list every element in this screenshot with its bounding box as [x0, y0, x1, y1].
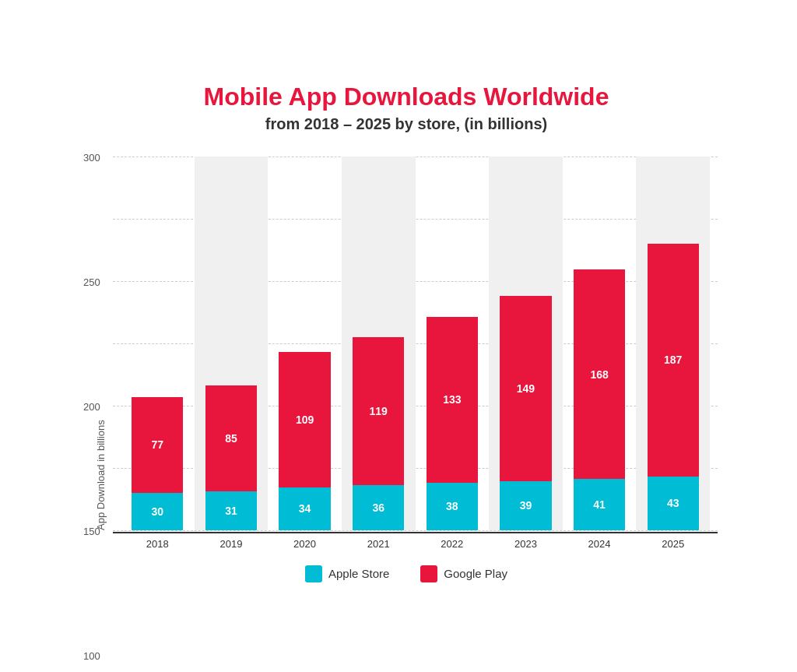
- bar-google: 77: [132, 397, 183, 493]
- y-axis-tick-label: 250: [83, 276, 100, 287]
- x-axis-label: 2022: [416, 538, 490, 550]
- legend-apple: Apple Store: [305, 565, 389, 582]
- y-axis-tick-label: 100: [83, 649, 100, 661]
- x-axis-label: 2021: [342, 538, 416, 550]
- bar-apple: 41: [574, 479, 625, 530]
- bar-group: 11936: [342, 157, 416, 530]
- bar-google: 168: [574, 269, 625, 479]
- bar-google: 109: [279, 352, 330, 487]
- bar-stack: 16841: [574, 269, 625, 530]
- bar-apple: 36: [353, 485, 404, 530]
- grid-line: 0: [113, 530, 718, 531]
- bar-stack: 18743: [648, 244, 699, 530]
- chart-inner: 0501001502002503007730853110934119361333…: [113, 157, 718, 550]
- chart-title: Mobile App Downloads Worldwide: [95, 82, 718, 111]
- bar-apple: 30: [132, 493, 183, 530]
- x-axis-label: 2019: [195, 538, 269, 550]
- x-axis-label: 2025: [636, 538, 710, 550]
- apple-legend-label: Apple Store: [328, 567, 389, 580]
- bar-apple: 31: [205, 491, 257, 530]
- bar-google: 187: [648, 244, 699, 477]
- legend: Apple Store Google Play: [95, 565, 718, 582]
- x-axis-label: 2024: [563, 538, 637, 550]
- bars-row: 77308531109341193613338149391684118743: [113, 157, 718, 530]
- bar-stack: 13338: [427, 317, 478, 530]
- x-axis: 20182019202020212022202320242025: [113, 533, 718, 550]
- chart-container: Mobile App Downloads Worldwide from 2018…: [48, 58, 749, 613]
- bar-group: 7730: [121, 157, 195, 530]
- google-legend-box: [420, 565, 437, 582]
- y-axis-tick-label: 150: [83, 525, 100, 537]
- bar-group: 18743: [636, 157, 710, 530]
- apple-legend-box: [305, 565, 322, 582]
- bar-group: 10934: [268, 157, 342, 530]
- bar-stack: 8531: [205, 385, 257, 530]
- bar-google: 85: [205, 385, 257, 491]
- bar-google: 149: [500, 296, 551, 481]
- y-axis-tick-label: 200: [83, 400, 100, 412]
- x-axis-label: 2020: [268, 538, 342, 550]
- bar-apple: 38: [427, 483, 478, 530]
- y-axis-tick-label: 300: [83, 151, 100, 163]
- bar-apple: 39: [500, 481, 551, 530]
- bar-stack: 14939: [500, 296, 551, 530]
- bar-stack: 10934: [279, 352, 330, 530]
- google-legend-label: Google Play: [444, 567, 507, 580]
- bar-stack: 11936: [353, 337, 404, 530]
- bar-apple: 43: [648, 477, 699, 530]
- x-axis-label: 2018: [121, 538, 195, 550]
- chart-subtitle: from 2018 – 2025 by store, (in billions): [95, 115, 718, 133]
- chart-area: App Download in billions 050100150200250…: [95, 157, 718, 550]
- bar-group: 16841: [563, 157, 637, 530]
- legend-google: Google Play: [420, 565, 507, 582]
- bar-google: 133: [427, 317, 478, 483]
- bar-apple: 34: [279, 487, 330, 530]
- grid-and-bars: 0501001502002503007730853110934119361333…: [113, 157, 718, 530]
- bar-google: 119: [353, 337, 404, 485]
- bar-stack: 7730: [132, 397, 183, 530]
- bar-group: 8531: [195, 157, 269, 530]
- x-axis-label: 2023: [489, 538, 563, 550]
- bar-group: 14939: [489, 157, 563, 530]
- bar-group: 13338: [416, 157, 490, 530]
- y-axis-label: App Download in billions: [95, 157, 107, 530]
